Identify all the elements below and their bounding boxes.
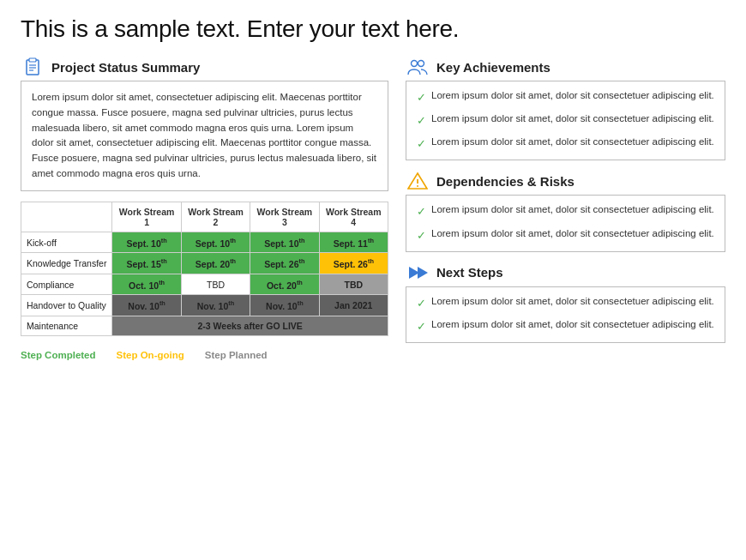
summary-box: Lorem ipsum dolor sit amet, consectetuer… (21, 81, 388, 191)
summary-text: Lorem ipsum dolor sit amet, consectetuer… (32, 92, 376, 178)
risk-text-2: Lorem ipsum dolor sit amet, dolor sit co… (431, 226, 714, 242)
risk-text-1: Lorem ipsum dolor sit amet, dolor sit co… (431, 202, 714, 218)
achievements-section: Key Achievements ✓ Lorem ipsum dolor sit… (406, 55, 725, 160)
row-label-handover: Handover to Quality (21, 295, 112, 316)
cell-maintenance-span: 2-3 Weeks after GO LIVE (112, 316, 388, 335)
table-row: Kick-off Sept. 10th Sept. 10th Sept. 10t… (21, 232, 388, 253)
group-icon (406, 55, 430, 79)
achievement-item-2: ✓ Lorem ipsum dolor sit amet, dolor sit … (417, 111, 714, 129)
cell-kt-ws2: Sept. 20th (181, 253, 250, 274)
project-status-title: Project Status Summary (51, 60, 200, 75)
row-label-compliance: Compliance (21, 274, 112, 295)
row-label-kt: Knowledge Transfer (21, 253, 112, 274)
cell-kt-ws3: Sept. 26th (250, 253, 319, 274)
schedule-table: Work Stream 1 Work Stream 2 Work Stream … (21, 202, 388, 336)
svg-point-6 (418, 61, 424, 67)
col-header-ws1: Work Stream 1 (112, 202, 181, 232)
achievement-text-3: Lorem ipsum dolor sit amet, dolor sit co… (431, 135, 714, 150)
check-icon-3: ✓ (417, 135, 426, 153)
row-label-maintenance: Maintenance (21, 316, 112, 335)
achievements-title: Key Achievements (436, 60, 550, 75)
cell-comp-ws4: TBD (319, 274, 388, 295)
left-column: Project Status Summary Lorem ipsum dolor… (21, 55, 388, 360)
clipboard-icon (21, 55, 45, 79)
main-title: This is a sample text. Enter your text h… (21, 15, 725, 43)
cell-kt-ws1: Sept. 15th (112, 253, 181, 274)
col-header-ws4: Work Stream 4 (319, 202, 388, 232)
cell-hand-ws4: Jan 2021 (319, 295, 388, 316)
next-steps-header: Next Steps (406, 261, 725, 285)
project-status-section: Project Status Summary Lorem ipsum dolor… (21, 55, 388, 191)
check-icon-r1: ✓ (417, 203, 426, 220)
achievement-text-1: Lorem ipsum dolor sit amet, dolor sit co… (431, 88, 714, 104)
cell-kt-ws4: Sept. 26th (319, 253, 388, 274)
cell-comp-ws3: Oct. 20th (250, 274, 319, 295)
risk-item-1: ✓ Lorem ipsum dolor sit amet, dolor sit … (417, 202, 714, 220)
cell-kickoff-ws1: Sept. 10th (112, 232, 181, 253)
check-icon-n2: ✓ (417, 318, 426, 335)
cell-kickoff-ws3: Sept. 10th (250, 232, 319, 253)
legend-ongoing: Step On-going (117, 350, 184, 360)
achievement-item-1: ✓ Lorem ipsum dolor sit amet, dolor sit … (417, 88, 714, 106)
svg-point-5 (411, 61, 417, 67)
cell-kickoff-ws4: Sept. 11th (319, 232, 388, 253)
risks-box: ✓ Lorem ipsum dolor sit amet, dolor sit … (406, 195, 725, 251)
check-icon-2: ✓ (417, 112, 426, 129)
legend-completed: Step Completed (21, 350, 96, 360)
next-steps-box: ✓ Lorem ipsum dolor sit amet, dolor sit … (406, 286, 725, 343)
risks-title: Dependencies & Risks (436, 174, 575, 189)
cell-hand-ws2: Nov. 10th (181, 295, 250, 316)
col-header-label (21, 202, 112, 232)
next-steps-title: Next Steps (436, 265, 503, 280)
next-item-1: ✓ Lorem ipsum dolor sit amet, dolor sit … (417, 294, 714, 312)
achievement-item-3: ✓ Lorem ipsum dolor sit amet, dolor sit … (417, 135, 714, 153)
legend-planned: Step Planned (205, 350, 268, 360)
check-icon-1: ✓ (417, 89, 426, 106)
next-steps-section: Next Steps ✓ Lorem ipsum dolor sit amet,… (406, 261, 725, 343)
project-status-header: Project Status Summary (21, 55, 388, 79)
col-header-ws3: Work Stream 3 (250, 202, 319, 232)
row-label-kickoff: Kick-off (21, 232, 112, 253)
schedule-table-section: Work Stream 1 Work Stream 2 Work Stream … (21, 202, 388, 336)
table-row: Compliance Oct. 10th TBD Oct. 20th TBD (21, 274, 388, 295)
svg-point-9 (417, 185, 418, 187)
achievements-box: ✓ Lorem ipsum dolor sit amet, dolor sit … (406, 81, 725, 160)
achievement-text-2: Lorem ipsum dolor sit amet, dolor sit co… (431, 111, 714, 127)
cell-comp-ws2: TBD (181, 274, 250, 295)
check-icon-r2: ✓ (417, 227, 426, 244)
achievements-header: Key Achievements (406, 55, 725, 79)
cell-hand-ws1: Nov. 10th (112, 295, 181, 316)
check-icon-n1: ✓ (417, 295, 426, 312)
next-icon (406, 261, 430, 285)
risks-header: Dependencies & Risks (406, 169, 725, 193)
next-item-2: ✓ Lorem ipsum dolor sit amet, dolor sit … (417, 317, 714, 335)
right-column: Key Achievements ✓ Lorem ipsum dolor sit… (406, 55, 725, 360)
table-row: Knowledge Transfer Sept. 15th Sept. 20th… (21, 253, 388, 274)
cell-hand-ws3: Nov. 10th (250, 295, 319, 316)
col-header-ws2: Work Stream 2 (181, 202, 250, 232)
risk-item-2: ✓ Lorem ipsum dolor sit amet, dolor sit … (417, 226, 714, 244)
legend: Step Completed Step On-going Step Planne… (21, 350, 388, 360)
cell-kickoff-ws2: Sept. 10th (181, 232, 250, 253)
svg-marker-11 (418, 267, 428, 279)
cell-comp-ws1: Oct. 10th (112, 274, 181, 295)
next-text-2: Lorem ipsum dolor sit amet, dolor sit co… (431, 317, 714, 333)
warning-icon (406, 169, 430, 193)
table-row: Handover to Quality Nov. 10th Nov. 10th … (21, 295, 388, 316)
next-text-1: Lorem ipsum dolor sit amet, dolor sit co… (431, 294, 714, 310)
svg-rect-1 (29, 58, 36, 62)
risks-section: Dependencies & Risks ✓ Lorem ipsum dolor… (406, 169, 725, 251)
table-row: Maintenance 2-3 Weeks after GO LIVE (21, 316, 388, 335)
